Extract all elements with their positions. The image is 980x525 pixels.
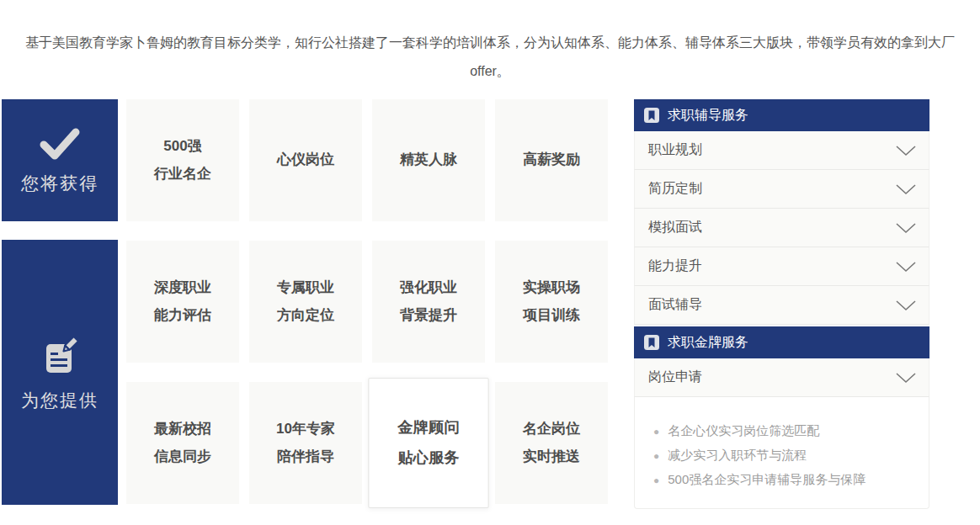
bullet-list: ● 名企心仪实习岗位筛选匹配 ● 减少实习入职环节与流程 ● 500强名企实习申… <box>634 397 929 509</box>
card-project-training[interactable]: 实操职场 项目训练 <box>495 241 608 363</box>
bullet-item: ● 名企心仪实习岗位筛选匹配 <box>653 419 913 443</box>
card-label-line: 高薪奖励 <box>523 146 580 173</box>
card-high-salary[interactable]: 高薪奖励 <box>495 99 608 221</box>
accordion-item-label: 简历定制 <box>648 180 702 198</box>
card-career-direction[interactable]: 专属职业 方向定位 <box>249 241 362 363</box>
benefit-header-box: 您将获得 <box>2 99 118 221</box>
intro-paragraph: 基于美国教育学家卜鲁姆的教育目标分类学，知行公社搭建了一套科学的培训体系，分为认… <box>17 29 963 85</box>
card-label-line: 实操职场 <box>523 274 580 301</box>
bullet-item: ● 减少实习入职环节与流程 <box>653 443 913 468</box>
card-label-line: 行业名企 <box>154 161 211 188</box>
page: 基于美国教育学家卜鲁姆的教育目标分类学，知行公社搭建了一套科学的培训体系，分为认… <box>0 0 980 525</box>
card-500-companies[interactable]: 500强 行业名企 <box>126 99 239 221</box>
card-background-boost[interactable]: 强化职业 背景提升 <box>372 241 485 363</box>
panel-title: 求职金牌服务 <box>668 334 748 352</box>
card-label-line: 贴心服务 <box>398 443 460 473</box>
chevron-down-icon <box>895 372 917 384</box>
panel-header-gold-service: 求职金牌服务 <box>634 326 929 358</box>
chevron-down-icon <box>895 300 917 311</box>
card-label-line: 名企岗位 <box>523 416 580 443</box>
card-desired-position[interactable]: 心仪岗位 <box>249 99 362 221</box>
accordion-item-interview-coaching[interactable]: 面试辅导 <box>634 286 929 325</box>
card-label-line: 信息同步 <box>154 443 211 470</box>
card-gold-consultant[interactable]: 金牌顾问 贴心服务 <box>368 378 488 508</box>
services-panel: 求职辅导服务 职业规划 简历定制 模拟面试 能力提升 <box>634 99 929 509</box>
card-expert-guidance[interactable]: 10年专家 陪伴指导 <box>249 382 362 504</box>
bullet-dot-icon: ● <box>653 421 659 443</box>
book-bookmark-icon <box>644 335 659 350</box>
card-label-line: 方向定位 <box>277 302 334 329</box>
checkmark-icon <box>36 126 83 162</box>
card-label-line: 专属职业 <box>277 274 334 301</box>
chevron-down-icon <box>895 183 917 195</box>
card-label-line: 心仪岗位 <box>277 146 334 173</box>
bullet-dot-icon: ● <box>653 445 659 468</box>
bullet-text: 500强名企实习申请辅导服务与保障 <box>668 468 865 491</box>
card-label-line: 项目训练 <box>523 302 580 329</box>
bullet-item: ● 500强名企实习申请辅导服务与保障 <box>653 468 913 492</box>
accordion-item-mock-interview[interactable]: 模拟面试 <box>634 209 929 247</box>
chevron-down-icon <box>895 261 917 273</box>
provide-header-label: 为您提供 <box>21 389 99 412</box>
accordion-item-label: 岗位申请 <box>648 369 702 386</box>
provide-header-box: 为您提供 <box>2 240 118 505</box>
accordion-item-label: 面试辅导 <box>648 296 702 314</box>
chevron-down-icon <box>895 145 917 156</box>
card-campus-recruiting-info[interactable]: 最新校招 信息同步 <box>126 382 239 504</box>
card-label-line: 背景提升 <box>400 302 457 329</box>
card-label-line: 能力评估 <box>154 302 211 329</box>
bullet-dot-icon: ● <box>653 469 659 492</box>
accordion-item-job-application[interactable]: 岗位申请 <box>634 358 929 397</box>
panel-title: 求职辅导服务 <box>668 107 748 125</box>
accordion-item-career-planning[interactable]: 职业规划 <box>634 131 929 170</box>
card-ability-evaluation[interactable]: 深度职业 能力评估 <box>126 241 239 363</box>
card-label-line: 500强 <box>163 133 201 160</box>
accordion-item-resume-customization[interactable]: 简历定制 <box>634 170 929 209</box>
accordion-item-label: 模拟面试 <box>648 219 702 236</box>
card-label-line: 强化职业 <box>400 274 457 301</box>
book-bookmark-icon <box>644 108 659 123</box>
accordion-item-label: 能力提升 <box>648 257 702 275</box>
card-job-push[interactable]: 名企岗位 实时推送 <box>495 382 608 504</box>
card-elite-network[interactable]: 精英人脉 <box>372 99 485 221</box>
accordion-item-label: 职业规划 <box>648 141 702 159</box>
card-label-line: 实时推送 <box>523 443 580 470</box>
chevron-down-icon <box>895 222 917 234</box>
accordion-item-ability-improvement[interactable]: 能力提升 <box>634 247 929 286</box>
card-label-line: 陪伴指导 <box>277 443 334 470</box>
cards-grid: 500强 行业名企 心仪岗位 精英人脉 高薪奖励 深度职业 能力评估 专属职业 … <box>126 99 608 504</box>
benefit-header-label: 您将获得 <box>21 172 99 195</box>
document-edit-icon <box>37 333 83 379</box>
card-label-line: 精英人脉 <box>400 146 457 173</box>
card-label-line: 最新校招 <box>154 416 211 443</box>
card-label-line: 深度职业 <box>154 274 211 301</box>
bullet-text: 减少实习入职环节与流程 <box>668 443 807 466</box>
card-label-line: 金牌顾问 <box>398 414 460 443</box>
bullet-text: 名企心仪实习岗位筛选匹配 <box>668 419 819 442</box>
card-label-line: 10年专家 <box>276 416 335 443</box>
panel-header-coaching: 求职辅导服务 <box>634 99 929 131</box>
